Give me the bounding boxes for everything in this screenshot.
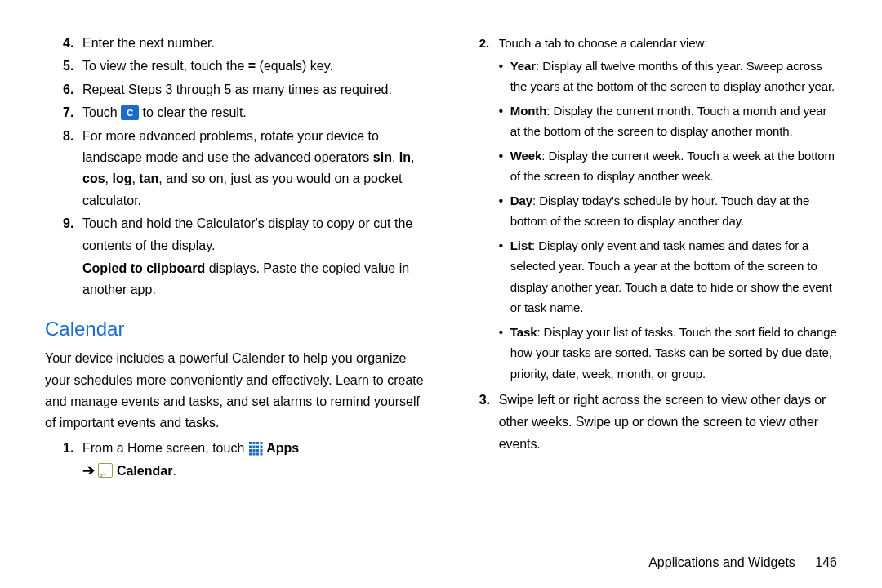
apps-label: Apps xyxy=(266,441,299,455)
calendar-step-2: 2. Touch a tab to choose a calendar view… xyxy=(461,33,837,54)
step-number: 3. xyxy=(479,389,490,411)
op-cos: cos xyxy=(82,172,105,185)
page-number: 146 xyxy=(815,555,837,569)
svg-rect-7 xyxy=(260,445,262,448)
step-text: Enter the next number. xyxy=(82,36,215,50)
step-text: Touch a tab to choose a calendar view: xyxy=(499,36,708,50)
op-sin: sin xyxy=(373,150,392,164)
calendar-label: Calendar xyxy=(117,464,172,478)
view-label: Day xyxy=(510,194,532,207)
step-8: 8. For more advanced problems, rotate yo… xyxy=(45,126,429,212)
calendar-step-3: 3. Swipe left or right across the screen… xyxy=(461,389,837,456)
step-number: 5. xyxy=(63,56,74,77)
view-month: Month: Display the current month. Touch … xyxy=(461,100,837,142)
svg-rect-5 xyxy=(252,445,255,448)
manual-page: 4. Enter the next number. 5. To view the… xyxy=(0,0,882,588)
step-text: Repeat Steps 3 through 5 as many times a… xyxy=(82,82,392,96)
view-task: Task: Display your list of tasks. Touch … xyxy=(461,322,837,385)
two-column-layout: 4. Enter the next number. 5. To view the… xyxy=(45,33,837,485)
view-desc: : Display all twelve months of this year… xyxy=(510,59,835,94)
svg-rect-0 xyxy=(249,442,252,444)
view-label: Week xyxy=(510,149,542,163)
view-label: Task xyxy=(510,325,537,339)
svg-rect-4 xyxy=(249,445,252,448)
calendar-icon: 31 xyxy=(98,463,113,478)
svg-rect-8 xyxy=(249,449,252,452)
arrow-icon: ➔ xyxy=(82,462,95,479)
view-label: List xyxy=(510,238,532,252)
step-text-pre: For more advanced problems, rotate your … xyxy=(82,129,379,164)
step-number: 1. xyxy=(63,438,74,459)
view-desc: : Display the current week. Touch a week… xyxy=(510,149,835,184)
step-6: 6. Repeat Steps 3 through 5 as many time… xyxy=(45,79,429,100)
footer-section: Applications and Widgets xyxy=(648,555,795,569)
page-footer: Applications and Widgets 146 xyxy=(648,555,837,570)
svg-rect-6 xyxy=(256,445,259,448)
view-day: Day: Display today's schedule by hour. T… xyxy=(461,190,837,232)
svg-rect-9 xyxy=(252,449,255,452)
calendar-intro: Your device includes a powerful Calender… xyxy=(45,348,429,434)
view-desc: : Display the current month. Touch a mon… xyxy=(510,104,827,139)
svg-rect-1 xyxy=(252,442,255,444)
step-subtext: Copied to clipboard displays. Paste the … xyxy=(82,258,429,301)
view-desc: : Display only event and task names and … xyxy=(510,238,832,315)
step-number: 8. xyxy=(63,126,74,147)
view-desc: : Display your list of tasks. Touch the … xyxy=(510,325,837,381)
step-9: 9. Touch and hold the Calculator's displ… xyxy=(45,213,429,301)
step-text-post: (equals) key. xyxy=(256,59,333,73)
step-text-pre: To view the result, touch the xyxy=(82,59,248,73)
calendar-heading: Calendar xyxy=(45,313,429,345)
svg-rect-10 xyxy=(256,449,259,452)
step-text: Swipe left or right across the screen to… xyxy=(499,393,826,451)
svg-rect-2 xyxy=(256,442,259,444)
calendar-steps-right: 2. Touch a tab to choose a calendar view… xyxy=(461,33,837,54)
clipboard-bold: Copied to clipboard xyxy=(82,261,205,275)
view-label: Month xyxy=(510,104,546,118)
calculator-steps: 4. Enter the next number. 5. To view the… xyxy=(45,33,429,301)
op-log: log xyxy=(112,172,131,185)
apps-icon xyxy=(248,441,263,456)
svg-rect-13 xyxy=(252,452,255,455)
cal-step-pre: From a Home screen, touch xyxy=(82,441,248,455)
view-year: Year: Display all twelve months of this … xyxy=(461,56,837,97)
calendar-views-list: Year: Display all twelve months of this … xyxy=(461,56,837,385)
view-label: Year xyxy=(510,59,536,73)
step-text-post: to clear the result. xyxy=(143,105,247,119)
step-7: 7. Touch C to clear the result. xyxy=(45,102,429,123)
step-number: 6. xyxy=(63,79,74,100)
svg-rect-11 xyxy=(260,449,262,452)
svg-rect-3 xyxy=(260,442,262,444)
svg-rect-15 xyxy=(260,452,262,455)
view-list: List: Display only event and task names … xyxy=(461,235,837,318)
view-week: Week: Display the current week. Touch a … xyxy=(461,145,837,187)
op-in: In xyxy=(399,150,411,164)
step-text-pre: Touch xyxy=(82,105,121,119)
svg-rect-14 xyxy=(256,452,259,455)
calendar-step-3-list: 3. Swipe left or right across the screen… xyxy=(461,389,837,456)
view-desc: : Display today's schedule by hour. Touc… xyxy=(510,194,810,229)
svg-rect-12 xyxy=(249,452,252,455)
calendar-step-1: 1. From a Home screen, touch Apps xyxy=(45,438,429,483)
equals-key: = xyxy=(248,59,256,73)
calendar-steps-left: 1. From a Home screen, touch Apps xyxy=(45,438,429,483)
step-text: Touch and hold the Calculator's display … xyxy=(82,216,412,252)
step-4: 4. Enter the next number. xyxy=(45,33,429,54)
left-column: 4. Enter the next number. 5. To view the… xyxy=(45,33,429,485)
step-5: 5. To view the result, touch the = (equa… xyxy=(45,56,429,77)
right-column: 2. Touch a tab to choose a calendar view… xyxy=(461,33,837,485)
step-number: 4. xyxy=(63,33,74,54)
clear-key-icon: C xyxy=(121,105,139,120)
step-number: 7. xyxy=(63,102,74,123)
op-tan: tan xyxy=(139,172,158,185)
step-number: 9. xyxy=(63,213,74,234)
step-number: 2. xyxy=(479,33,489,54)
